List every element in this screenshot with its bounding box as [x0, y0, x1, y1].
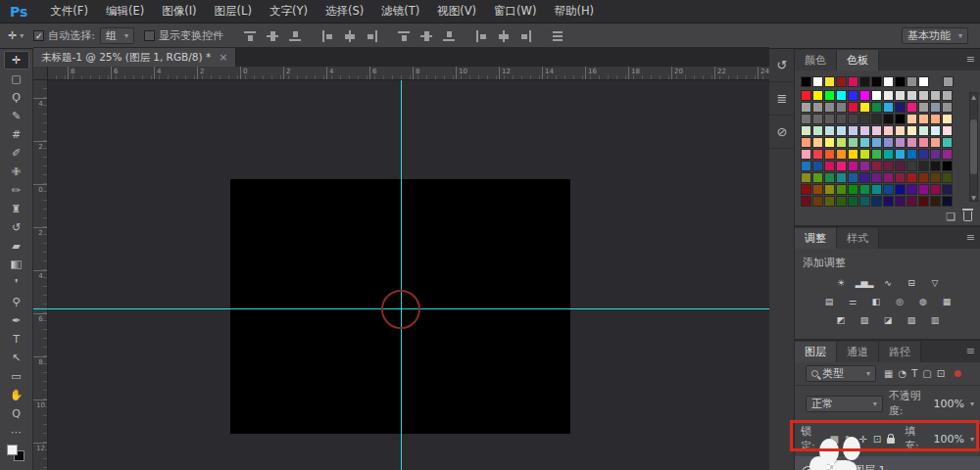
swatch[interactable] — [859, 149, 870, 160]
pen-tool[interactable]: ✒ — [4, 311, 29, 330]
align-vcenter-icon[interactable] — [266, 29, 279, 43]
quick-select-tool[interactable]: ✎ — [4, 107, 29, 125]
swatch[interactable] — [836, 172, 847, 183]
swatch[interactable] — [942, 161, 953, 171]
crop-tool[interactable]: # — [4, 125, 29, 144]
hand-tool[interactable]: ✋ — [4, 386, 29, 404]
swatch[interactable] — [848, 114, 858, 124]
swatch[interactable] — [871, 161, 882, 171]
filter-type-icon[interactable]: T — [911, 368, 917, 379]
swatch[interactable] — [942, 149, 953, 160]
type-tool[interactable]: T — [4, 330, 29, 349]
swatch[interactable] — [906, 172, 917, 183]
color-lookup-icon[interactable]: ▦ — [938, 295, 955, 308]
swatch[interactable] — [906, 102, 917, 113]
swatch[interactable] — [824, 196, 835, 207]
ruler-top[interactable]: 8642024681012141618202224 — [48, 67, 769, 80]
swatch[interactable] — [906, 161, 917, 171]
swatch[interactable] — [859, 137, 870, 148]
swatch[interactable] — [848, 76, 858, 87]
swatch[interactable] — [824, 90, 835, 101]
menu-item-3[interactable]: 图层(L) — [206, 0, 261, 23]
swatch[interactable] — [836, 149, 847, 160]
swatch[interactable] — [836, 90, 847, 101]
notes-icon[interactable]: ⊘ — [769, 116, 795, 149]
dist-hcenter-icon[interactable] — [497, 29, 511, 43]
swatch[interactable] — [883, 102, 894, 113]
swatch[interactable] — [812, 102, 823, 113]
document-tab[interactable]: 未标题-1 @ 25% (图层 1, RGB/8) * × — [33, 48, 236, 67]
scrollbar[interactable]: ▲ ▼ — [969, 92, 978, 202]
tab-颜色[interactable]: 颜色 — [795, 50, 837, 70]
swatch[interactable] — [848, 172, 858, 183]
swatch[interactable] — [918, 196, 929, 207]
swatch[interactable] — [812, 90, 823, 101]
swatch[interactable] — [801, 172, 811, 183]
scroll-up-icon[interactable]: ▲ — [971, 93, 976, 100]
swatch[interactable] — [930, 125, 941, 136]
swatch[interactable] — [918, 125, 929, 136]
swatch[interactable] — [918, 102, 929, 113]
swatch[interactable] — [824, 102, 835, 113]
history-icon[interactable]: ↺ — [769, 49, 795, 82]
swatch[interactable] — [859, 114, 870, 124]
dist-top-icon[interactable] — [397, 29, 411, 43]
auto-select-target-dropdown[interactable]: 组 ▾ — [100, 27, 134, 44]
swatch[interactable] — [824, 161, 835, 171]
tool-preset-chip[interactable]: ✛ ▾ — [8, 29, 24, 42]
swatch[interactable] — [836, 161, 847, 171]
ruler-left[interactable]: 42024681012 — [33, 80, 48, 470]
swatch[interactable] — [895, 161, 906, 171]
swatch[interactable] — [859, 90, 870, 101]
swatch[interactable] — [942, 90, 953, 101]
swatch[interactable] — [848, 125, 858, 136]
brush-tool[interactable]: ✏ — [4, 181, 29, 200]
filter-adjustment-icon[interactable]: ◔ — [898, 368, 906, 379]
swatch[interactable] — [812, 125, 823, 136]
panel-menu-icon[interactable]: ≡ — [966, 345, 975, 357]
swatch[interactable] — [930, 102, 941, 113]
filter-pixel-icon[interactable]: ▦ — [884, 368, 893, 379]
filter-toggle-icon[interactable] — [955, 370, 961, 377]
swatch[interactable] — [895, 137, 906, 148]
swatch[interactable] — [930, 90, 941, 101]
swatch[interactable] — [824, 172, 835, 183]
swatch[interactable] — [883, 137, 894, 148]
trash-icon[interactable] — [963, 212, 972, 221]
swatch[interactable] — [848, 137, 858, 148]
posterize-icon[interactable]: ▨ — [856, 313, 872, 327]
align-left-icon[interactable] — [320, 29, 334, 43]
brightness-contrast-icon[interactable]: ☀ — [832, 276, 849, 290]
swatch[interactable] — [859, 172, 870, 183]
shape-tool[interactable]: ▭ — [4, 367, 29, 386]
swatch[interactable] — [812, 114, 823, 124]
distribute-grid-icon[interactable] — [551, 29, 564, 43]
lasso-tool[interactable]: Ϙ — [4, 88, 29, 107]
marquee-tool[interactable]: ▢ — [4, 70, 29, 88]
swatch[interactable] — [930, 172, 941, 183]
swatch[interactable] — [918, 184, 929, 195]
move-tool[interactable]: ✛ — [4, 51, 29, 70]
swatch[interactable] — [895, 125, 906, 136]
swatch[interactable] — [871, 76, 882, 87]
swatch[interactable] — [918, 90, 929, 101]
swatch[interactable] — [883, 125, 894, 136]
swatch[interactable] — [930, 114, 941, 124]
swatch[interactable] — [883, 76, 894, 87]
swatch[interactable] — [859, 125, 870, 136]
swatch[interactable] — [801, 102, 811, 113]
swatch[interactable] — [871, 125, 882, 136]
tab-路径[interactable]: 路径 — [879, 342, 921, 362]
layer-filter-dropdown[interactable]: 类型 ▾ — [806, 365, 876, 382]
swatch[interactable] — [871, 102, 882, 113]
swatch[interactable] — [812, 196, 823, 207]
menu-item-5[interactable]: 选择(S) — [317, 0, 372, 23]
swatch[interactable] — [942, 102, 953, 113]
swatch[interactable] — [859, 102, 870, 113]
swatch[interactable] — [942, 184, 953, 195]
swatch[interactable] — [895, 196, 906, 207]
swatch[interactable] — [801, 196, 811, 207]
invert-icon[interactable]: ◩ — [832, 313, 849, 327]
swatch[interactable] — [906, 196, 917, 207]
swatch[interactable] — [918, 172, 929, 183]
